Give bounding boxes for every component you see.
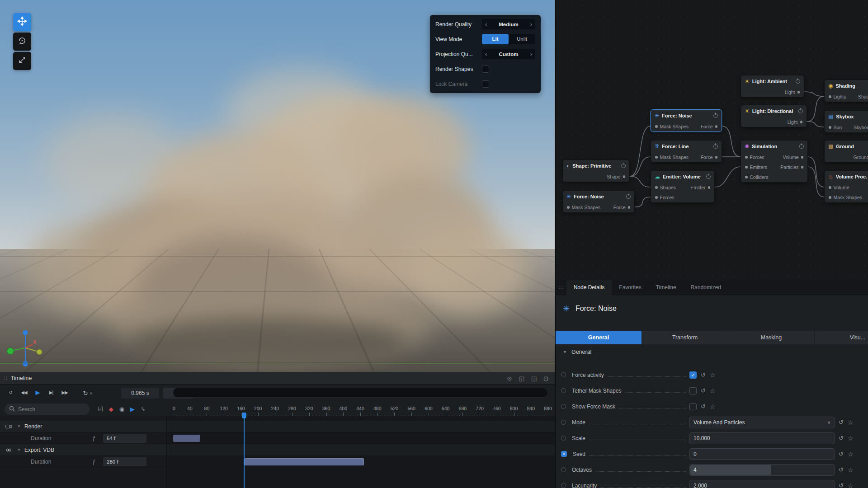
param-checkbox[interactable] — [689, 403, 697, 410]
reset-icon[interactable]: ↺ — [839, 450, 844, 457]
reset-icon[interactable]: ↺ — [701, 387, 706, 394]
checkbox-render-shapes[interactable] — [482, 66, 489, 73]
favorite-icon[interactable]: ☆ — [848, 435, 854, 442]
stepper-projection-qu[interactable]: ‹Custom› — [482, 49, 535, 59]
param-dropdown[interactable]: Volume And Particles∨ — [689, 417, 835, 428]
port-dot[interactable] — [655, 196, 658, 199]
node-light-ambient[interactable]: ☀Light: AmbientLight — [741, 75, 804, 98]
param-checkbox[interactable]: ✓ — [689, 371, 697, 379]
port-dot[interactable] — [655, 156, 658, 159]
reset-icon[interactable]: ↺ — [701, 403, 706, 410]
reset-icon[interactable]: ↺ — [839, 482, 844, 488]
param-toggle-icon[interactable] — [561, 420, 566, 425]
param-toggle-icon[interactable] — [561, 388, 566, 393]
node-emitter-volume[interactable]: ☁Emitter: VolumeShapesEmitterForces — [651, 170, 715, 203]
panel-tab-favorites[interactable]: Favorites — [612, 280, 648, 295]
node-force-noise[interactable]: ✳Force: NoiseMask ShapesForce — [562, 190, 635, 213]
record-icon[interactable]: ◉ — [119, 406, 124, 413]
port-dot[interactable] — [829, 186, 831, 189]
reset-icon[interactable]: ↺ — [839, 466, 844, 473]
panel-tab-randomized[interactable]: Randomized — [684, 280, 728, 295]
loop-mode-button[interactable]: ↻ ∨ — [78, 388, 98, 399]
port-dot[interactable] — [801, 166, 804, 169]
favorite-icon[interactable]: ☆ — [848, 466, 854, 474]
reset-icon[interactable]: ↺ — [701, 371, 706, 378]
param-input[interactable]: 10.000 — [689, 432, 835, 444]
view-mode-unlit[interactable]: Unlit — [509, 34, 535, 44]
port-dot[interactable] — [745, 166, 748, 169]
drag-handle-icon[interactable]: ∷ — [4, 375, 7, 381]
param-toggle-icon[interactable] — [561, 467, 566, 472]
favorite-icon[interactable]: ☆ — [710, 371, 716, 379]
node-power-icon[interactable] — [713, 144, 718, 149]
param-toggle-icon[interactable] — [561, 483, 566, 488]
curve-icon[interactable]: ƒ — [92, 459, 95, 465]
axis-gizmo[interactable]: X — [5, 328, 46, 371]
reset-icon[interactable]: ↺ — [839, 419, 844, 426]
timeline-lane[interactable] — [166, 416, 555, 488]
reset-playhead-button[interactable]: ↺ — [5, 387, 16, 398]
expand-icon[interactable]: ◲ — [531, 375, 537, 382]
port-dot[interactable] — [801, 156, 804, 159]
panel-tab-timeline[interactable]: Timeline — [649, 280, 684, 295]
power-icon[interactable]: ⊙ — [507, 375, 512, 382]
curve-icon[interactable]: ƒ — [92, 435, 95, 441]
param-checkbox[interactable] — [689, 387, 697, 394]
duration-input[interactable]: 64 f — [103, 434, 146, 443]
branch-arrow-icon[interactable]: ↳ — [141, 406, 146, 413]
tab-transform[interactable]: Transform — [642, 331, 728, 344]
param-toggle-icon[interactable] — [561, 436, 566, 441]
port-dot[interactable] — [628, 206, 631, 209]
port-dot[interactable] — [567, 206, 570, 209]
play-button[interactable]: ▶ — [32, 387, 43, 398]
port-dot[interactable] — [715, 125, 718, 128]
viewport-3d[interactable]: Render Quality‹Medium›View ModeLitUnlitP… — [0, 0, 555, 372]
drag-handle-icon[interactable]: ∷ — [559, 284, 563, 291]
port-dot[interactable] — [800, 121, 803, 123]
collapse-caret-icon[interactable]: ▼ — [563, 350, 567, 354]
node-power-icon[interactable] — [713, 113, 718, 118]
port-dot[interactable] — [623, 175, 626, 178]
stepper-next-icon[interactable]: › — [530, 21, 532, 28]
fullscreen-icon[interactable]: ⊡ — [543, 375, 548, 382]
node-simulation[interactable]: ✺SimulationForcesVolumeEmittersParticles… — [741, 140, 808, 183]
param-toggle-icon[interactable] — [561, 372, 566, 377]
port-dot[interactable] — [715, 156, 718, 159]
node-power-icon[interactable] — [799, 144, 804, 149]
node-power-icon[interactable] — [626, 194, 631, 199]
param-input[interactable]: 2.000 — [689, 480, 835, 488]
favorite-icon[interactable]: ☆ — [848, 450, 854, 458]
panel-tab-node-details[interactable]: Node Details — [566, 280, 612, 295]
favorite-icon[interactable]: ☆ — [848, 419, 854, 426]
view-mode-lit[interactable]: Lit — [482, 34, 509, 44]
port-dot[interactable] — [745, 176, 748, 178]
favorite-icon[interactable]: ☆ — [710, 403, 716, 410]
scale-tool-button[interactable] — [13, 52, 31, 70]
tab-general[interactable]: General — [556, 331, 642, 344]
param-input[interactable]: 4 — [689, 464, 835, 476]
skip-back-button[interactable]: ◀◀ — [18, 387, 30, 398]
search-box[interactable] — [5, 404, 90, 415]
node-force-line[interactable]: ⇈Force: LineMask ShapesForce — [651, 140, 722, 163]
stepper-next-icon[interactable]: › — [530, 51, 532, 57]
node-ground[interactable]: ▩GroundGround — [824, 140, 868, 163]
port-dot[interactable] — [655, 186, 658, 189]
node-power-icon[interactable] — [621, 164, 626, 168]
reset-icon[interactable]: ↺ — [839, 435, 844, 441]
node-light-directional[interactable]: ☀Light: DirectionalLight — [741, 105, 807, 127]
keyframe-diamond-icon[interactable]: ◆ — [109, 406, 113, 413]
tab-masking[interactable]: Masking — [728, 331, 815, 344]
play-marker-icon[interactable]: ▶ — [130, 406, 135, 413]
timeline-clip[interactable] — [245, 458, 364, 465]
collapse-icon[interactable]: ◱ — [519, 375, 524, 382]
port-dot[interactable] — [829, 126, 831, 129]
time-display[interactable]: 0.965 s — [121, 388, 159, 399]
fast-forward-button[interactable]: ▶▶ — [59, 387, 71, 398]
stepper-prev-icon[interactable]: ‹ — [485, 51, 487, 57]
node-power-icon[interactable] — [796, 79, 800, 84]
tab-visu[interactable]: Visu... — [815, 331, 868, 344]
checkbox-lock-camera[interactable] — [482, 80, 489, 88]
param-input[interactable]: 0 — [689, 448, 835, 460]
port-dot[interactable] — [708, 186, 711, 189]
stepper-render-quality[interactable]: ‹Medium› — [482, 19, 535, 29]
